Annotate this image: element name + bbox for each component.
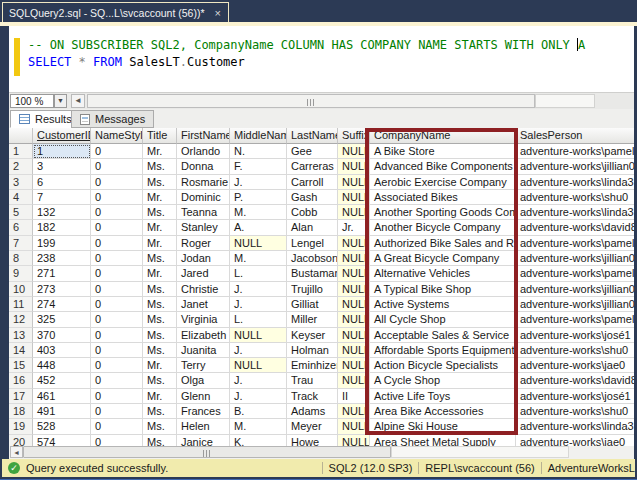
grid-cell[interactable]: NULL <box>338 205 370 220</box>
grid-cell[interactable]: A Bike Store <box>370 144 516 159</box>
grid-cell[interactable]: Alpine Ski House <box>370 419 516 434</box>
grid-cell[interactable]: Elizabeth <box>177 328 230 343</box>
grid-cell[interactable]: J. <box>230 373 287 388</box>
grid-cell[interactable]: NULL <box>338 435 370 446</box>
grid-cell[interactable]: 0 <box>91 159 143 174</box>
grid-cell[interactable]: Frances <box>177 404 230 419</box>
grid-cell[interactable]: 0 <box>91 266 143 281</box>
grid-cell[interactable]: adventure-works\josé1 <box>516 328 634 343</box>
grid-cell[interactable]: Roger <box>177 236 230 251</box>
grid-cell[interactable]: Stanley <box>177 220 230 235</box>
grid-cell[interactable]: 0 <box>91 205 143 220</box>
grid-corner-cell[interactable] <box>9 128 33 144</box>
grid-cell[interactable]: adventure-works\pamela0 <box>516 144 634 159</box>
grid-cell[interactable]: A Cycle Shop <box>370 373 516 388</box>
grid-cell[interactable]: Ms. <box>143 435 177 446</box>
grid-cell[interactable]: Track <box>287 389 338 404</box>
grid-cell[interactable]: NULL <box>230 236 287 251</box>
grid-cell[interactable]: M. <box>230 205 287 220</box>
grid-cell[interactable]: NULL <box>338 190 370 205</box>
grid-cell[interactable]: 274 <box>33 297 91 312</box>
grid-cell[interactable]: J. <box>230 175 287 190</box>
grid-cell[interactable]: NULL <box>338 297 370 312</box>
grid-cell[interactable]: 238 <box>33 251 91 266</box>
grid-cell[interactable]: NULL <box>338 236 370 251</box>
row-number-cell[interactable]: 20 <box>9 435 33 446</box>
sql-editor[interactable]: -- ON SUBSCRIBER SQL2, CompanyName COLUM… <box>9 26 634 92</box>
grid-cell[interactable]: NULL <box>338 144 370 159</box>
grid-cell[interactable]: 0 <box>91 373 143 388</box>
row-number-cell[interactable]: 7 <box>9 236 33 251</box>
tab-messages[interactable]: Messages <box>71 110 154 128</box>
grid-cell[interactable]: Alternative Vehicles <box>370 266 516 281</box>
grid-cell[interactable]: NULL <box>230 358 287 373</box>
zoom-dropdown-icon[interactable]: ▼ <box>54 94 67 108</box>
grid-cell[interactable]: 0 <box>91 175 143 190</box>
grid-cell[interactable]: Virginia <box>177 312 230 327</box>
grid-cell[interactable]: adventure-works\pamela0 <box>516 312 634 327</box>
column-header-namestyle[interactable]: NameStyle <box>91 128 143 144</box>
grid-cell[interactable]: NULL <box>338 373 370 388</box>
grid-cell[interactable]: Mr. <box>143 190 177 205</box>
grid-cell[interactable]: Ms. <box>143 159 177 174</box>
grid-cell[interactable]: All Cycle Shop <box>370 312 516 327</box>
grid-cell[interactable]: Advanced Bike Components <box>370 159 516 174</box>
row-number-cell[interactable]: 3 <box>9 175 33 190</box>
grid-cell[interactable]: Acceptable Sales & Service <box>370 328 516 343</box>
grid-cell[interactable]: 0 <box>91 251 143 266</box>
grid-cell[interactable]: 0 <box>91 297 143 312</box>
grid-cell[interactable]: Mr. <box>143 144 177 159</box>
grid-cell[interactable]: 448 <box>33 358 91 373</box>
grid-cell[interactable]: 0 <box>91 282 143 297</box>
grid-cell[interactable]: 1 <box>33 144 91 159</box>
grid-cell[interactable]: Gee <box>287 144 338 159</box>
grid-cell[interactable]: 0 <box>91 312 143 327</box>
column-header-suffix[interactable]: Suffix <box>338 128 370 144</box>
grid-cell[interactable]: Carreras <box>287 159 338 174</box>
grid-cell[interactable]: Area Bike Accessories <box>370 404 516 419</box>
grid-cell[interactable]: Miller <box>287 312 338 327</box>
grid-cell[interactable]: A Typical Bike Shop <box>370 282 516 297</box>
grid-cell[interactable]: J. <box>230 343 287 358</box>
grid-cell[interactable]: Janice <box>177 435 230 446</box>
grid-cell[interactable]: 0 <box>91 220 143 235</box>
grid-cell[interactable]: 182 <box>33 220 91 235</box>
grid-cell[interactable]: N. <box>230 144 287 159</box>
grid-cell[interactable]: adventure-works\jillian0 <box>516 282 634 297</box>
close-tab-icon[interactable]: × <box>215 8 221 18</box>
grid-scrollbar-thumb[interactable] <box>23 446 391 458</box>
zoom-level-combo[interactable]: 100 % <box>10 94 54 108</box>
grid-cell[interactable]: Holman <box>287 343 338 358</box>
grid-cell[interactable]: J. <box>230 297 287 312</box>
grid-cell[interactable]: 132 <box>33 205 91 220</box>
grid-cell[interactable]: Dominic <box>177 190 230 205</box>
grid-cell[interactable]: A Great Bicycle Company <box>370 251 516 266</box>
grid-cell[interactable]: Aerobic Exercise Company <box>370 175 516 190</box>
grid-scrollbar-track[interactable] <box>391 446 569 458</box>
grid-cell[interactable]: Jr. <box>338 220 370 235</box>
grid-cell[interactable]: Area Sheet Metal Supply <box>370 435 516 446</box>
code-line[interactable]: -- ON SUBSCRIBER SQL2, CompanyName COLUM… <box>28 37 585 54</box>
grid-cell[interactable]: adventure-works\jae0 <box>516 358 634 373</box>
grid-cell[interactable]: 452 <box>33 373 91 388</box>
grid-cell[interactable]: Keyser <box>287 328 338 343</box>
grid-cell[interactable]: NULL <box>338 312 370 327</box>
grid-cell[interactable]: Rosmarie <box>177 175 230 190</box>
grid-cell[interactable]: Donna <box>177 159 230 174</box>
row-number-cell[interactable]: 12 <box>9 312 33 327</box>
grid-cell[interactable]: NULL <box>338 419 370 434</box>
code-line[interactable]: SELECT * FROM SalesLT.Customer <box>28 54 585 71</box>
grid-cell[interactable]: NULL <box>338 343 370 358</box>
grid-cell[interactable]: 199 <box>33 236 91 251</box>
grid-cell[interactable]: 0 <box>91 435 143 446</box>
row-number-cell[interactable]: 17 <box>9 389 33 404</box>
grid-cell[interactable]: NULL <box>338 266 370 281</box>
column-header-title[interactable]: Title <box>143 128 177 144</box>
grid-cell[interactable]: Associated Bikes <box>370 190 516 205</box>
column-header-customerid[interactable]: CustomerID <box>33 128 91 144</box>
grid-cell[interactable]: 0 <box>91 236 143 251</box>
row-number-cell[interactable]: 4 <box>9 190 33 205</box>
grid-cell[interactable]: adventure-works\shu0 <box>516 343 634 358</box>
row-number-cell[interactable]: 2 <box>9 159 33 174</box>
grid-cell[interactable]: 0 <box>91 343 143 358</box>
